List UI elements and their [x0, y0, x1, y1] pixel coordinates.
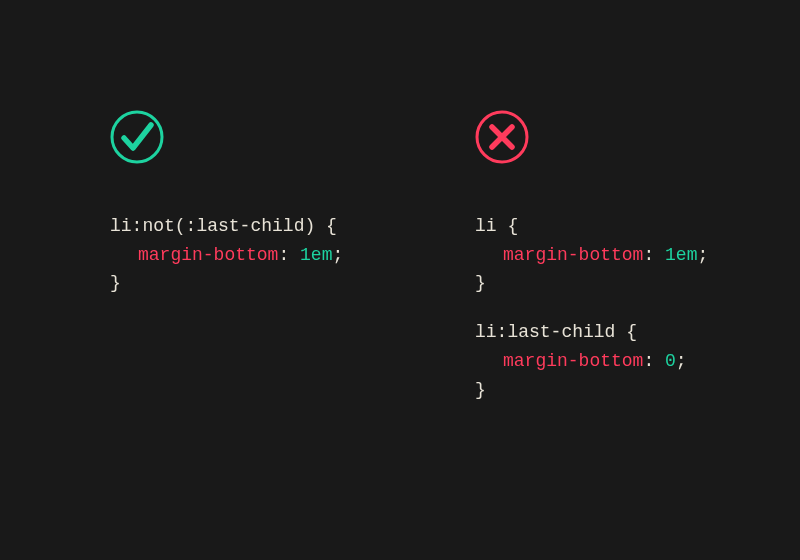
code-block-incorrect-2: li:last-child { margin-bottom: 0; } [475, 318, 800, 404]
value-text: 0 [665, 351, 676, 371]
property-text: margin-bottom [503, 351, 643, 371]
selector-text: li:last-child [475, 322, 615, 342]
cross-icon-wrap [475, 110, 800, 174]
code-block-incorrect-1: li { margin-bottom: 1em; } [475, 212, 800, 298]
property-text: margin-bottom [503, 245, 643, 265]
code-block-correct: li:not(:last-child) { margin-bottom: 1em… [110, 212, 435, 298]
check-icon-wrap [110, 110, 435, 174]
svg-point-0 [112, 112, 162, 162]
property-text: margin-bottom [138, 245, 278, 265]
correct-column: li:not(:last-child) { margin-bottom: 1em… [0, 110, 435, 425]
comparison-container: li:not(:last-child) { margin-bottom: 1em… [0, 0, 800, 425]
selector-text: li [475, 216, 497, 236]
incorrect-column: li { margin-bottom: 1em; } li:last-child… [435, 110, 800, 425]
value-text: 1em [665, 245, 697, 265]
value-text: 1em [300, 245, 332, 265]
check-icon [110, 110, 164, 164]
selector-text: li:not(:last-child) [110, 216, 315, 236]
cross-icon [475, 110, 529, 164]
